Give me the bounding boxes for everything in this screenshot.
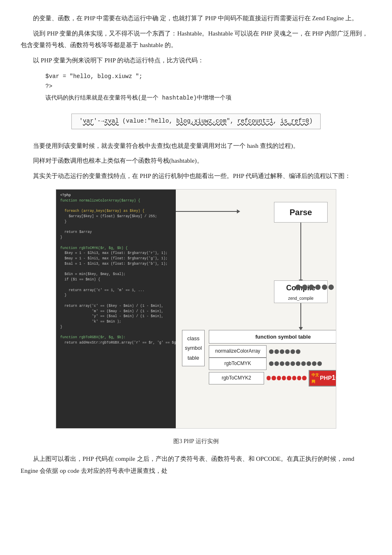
code-line-3: 该代码的执行结果就是在变量符号栈(是一个 hashtable)中增增一个项 [45, 93, 371, 103]
code-line: $din = min($key, $may, $sal); [60, 272, 172, 277]
dot-6 [328, 285, 334, 290]
func-dot [307, 361, 311, 366]
func-dot [302, 376, 306, 380]
compile-dots [295, 285, 334, 290]
code-line: return addHexStr:rgbToRGBX.array('r' == … [60, 340, 172, 346]
func-dot [269, 361, 274, 366]
code-line: return array('c' == ($key - $min) / (1 -… [60, 304, 172, 309]
code-line [60, 240, 172, 246]
php-diagram: <?phpfunction normalizeColorArray($array… [56, 189, 336, 429]
func-name-1: rgbToCMYK [209, 358, 267, 370]
diagram-right: Parse Compile zend_compile [176, 190, 336, 428]
zval-value: 'var'-→zval (value:"hello, blog.xiuwz.co… [71, 114, 321, 129]
func-dot [285, 349, 290, 354]
func-dot [269, 349, 274, 354]
code-line: return array('c' == 1, 'm' == 1, ... [60, 288, 172, 293]
func-dot [301, 361, 306, 366]
paragraph-6: 其实关于动态运行的变量查找特点，在 PHP 的运行机制中也能看出一些。PHP 代… [21, 170, 371, 182]
code-line [60, 282, 172, 288]
code-line-1: $var = "hello, blog.xiuwz "; [45, 72, 371, 82]
arrow-parse-to-compile [300, 223, 301, 280]
arrow-compile-down [300, 303, 301, 328]
code-line [60, 225, 172, 230]
class-symbol-table-label: class symbol table [185, 334, 202, 363]
func-dot [290, 361, 295, 366]
php100-logo: 中文网PHP100.com [309, 370, 336, 387]
func-row: rgbToCMYK2中文网PHP100.com [209, 370, 336, 387]
paragraph-7: 从上图可以看出，PHP 代码在 compile 之后，产出的了类符号表、函数符号… [21, 453, 371, 477]
code-line [60, 267, 172, 272]
arrow-to-parse [176, 211, 238, 212]
func-name-2: rgbToCMYK2 [209, 372, 264, 384]
func-dot [280, 361, 284, 366]
code-line: $sal = 1 - $lni3, max (float: $rgbarray(… [60, 261, 172, 267]
func-dot [274, 349, 279, 354]
code-line: foreach (array_keys($array) as $key) { [60, 209, 172, 214]
func-dot [274, 361, 279, 366]
func-name-0: normalizeColorArray [209, 345, 267, 358]
code-block-1: $var = "hello, blog.xiuwz "; ?> 该代码的执行结果… [45, 72, 371, 103]
code-line [60, 298, 172, 304]
paragraph-2: 说到 PHP 变量的具体实现，又不得不说一个东西了：Hashtable。Hash… [21, 28, 371, 51]
code-line: } [60, 325, 172, 330]
main-content: 的变量、函数，在 PHP 中需要在动态运行中确 定，也就打算了 PHP 中间码不… [21, 12, 371, 477]
function-rows: normalizeColorArrayrgbToCMYKrgbToCMYK2中文… [209, 345, 336, 387]
dot-3 [309, 285, 314, 290]
func-dot [312, 361, 316, 366]
func-dot [267, 376, 271, 380]
dot-2 [302, 285, 307, 290]
func-row: normalizeColorArray [209, 345, 336, 358]
code-line: } [60, 219, 172, 225]
func-dot [290, 349, 295, 354]
function-symbol-table-label: function symbol table [255, 334, 311, 340]
code-line [60, 330, 172, 335]
code-panel: <?phpfunction normalizeColorArray($array… [56, 190, 176, 428]
dot-1 [295, 285, 301, 290]
function-symbol-table-container: function symbol table normalizeColorArra… [209, 330, 336, 387]
code-line-2: ?> [45, 82, 371, 92]
func-dots-1 [269, 361, 322, 366]
parse-box: Parse [274, 202, 328, 223]
code-line: return $array [60, 230, 172, 235]
code-line: function rgbToRGBX($r, $g, $b): [60, 335, 172, 340]
paragraph-4: 当要使用到该变量时候，就去变量符合栈中去查找(也就是变量调用对出了一个 hash… [21, 140, 371, 152]
func-dot [280, 349, 284, 354]
bottom-tables: class symbol table function symbol table… [176, 326, 336, 428]
func-dot [282, 376, 286, 380]
func-dot [317, 361, 322, 366]
compile-box: Compile zend_compile [274, 280, 328, 303]
func-dot [296, 361, 300, 366]
func-dot [292, 376, 296, 380]
paragraph-1: 的变量、函数，在 PHP 中需要在动态运行中确 定，也就打算了 PHP 中间码不… [21, 12, 371, 24]
code-line: function normalizeColorArray($array) { [60, 198, 172, 204]
zval-display: 'var'-→zval (value:"hello, blog.xiuwz.co… [21, 110, 371, 132]
func-dot [277, 376, 281, 380]
compile-sublabel: zend_compile [288, 295, 314, 302]
dot-5 [322, 285, 327, 290]
func-dot [296, 349, 300, 354]
code-line: <?php [60, 193, 172, 198]
func-dot [272, 376, 276, 380]
paragraph-5: 同样对于函数调用也根本上类似有一个函数符号栈(hashtable)。 [21, 155, 371, 167]
code-line: if ($1 == $min) { [60, 277, 172, 282]
code-line: 'k' == $min ); [60, 319, 172, 325]
code-line: $may = 1 - $lni1, max (float: $rgbarray(… [60, 256, 172, 261]
code-line [60, 204, 172, 209]
code-line: 'y' == ($sal - $min) / (1 - $min), [60, 314, 172, 319]
function-symbol-table-header: function symbol table [209, 330, 336, 344]
code-line: $key = 1 - $lhi3, max (float: $rgbarray(… [60, 251, 172, 256]
paragraph-3: 以 PHP 变量为例来说明下 PHP 的动态运行特点，比方说代码： [21, 55, 371, 66]
code-line: } [60, 293, 172, 298]
code-line: 'm' == ($may - $min) / (1 - $min), [60, 309, 172, 314]
code-line: $array[$key] = (float) $array[$key] / 25… [60, 214, 172, 219]
func-dot [285, 361, 290, 366]
func-dot [287, 376, 291, 380]
func-dots-2: 中文网PHP100.com [267, 370, 336, 387]
func-row: rgbToCMYK [209, 358, 336, 370]
figure-caption: 图3 PHP 运行实例 [21, 436, 371, 446]
func-dot [297, 376, 301, 380]
code-line: function rgbToCMYK($r, $g, $b) { [60, 246, 172, 251]
parse-label: Parse [290, 205, 312, 220]
func-dots-0 [269, 349, 300, 354]
class-symbol-table: class symbol table [182, 330, 205, 366]
